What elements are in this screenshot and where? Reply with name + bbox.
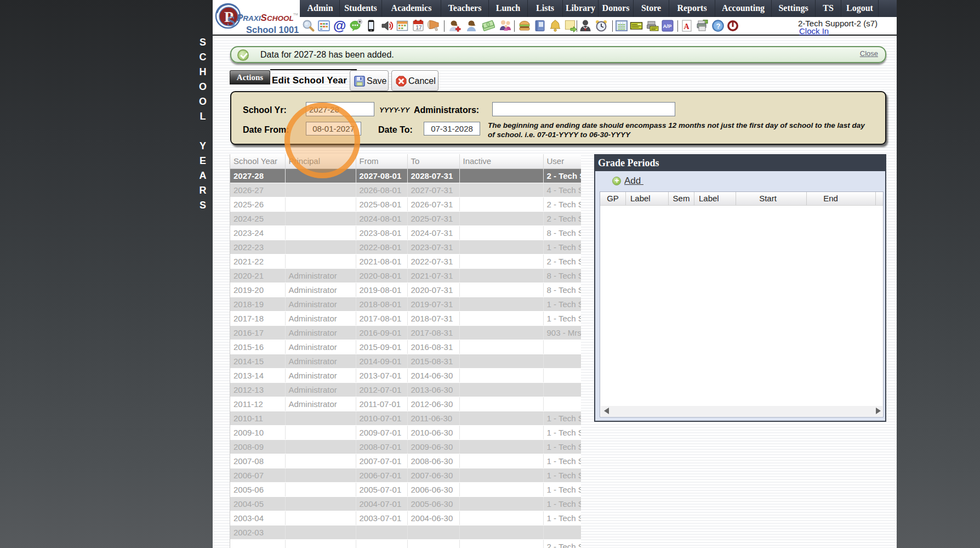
svg-text:TM: TM	[293, 13, 298, 16]
svg-text:PRAXISCHOOL: PRAXISCHOOL	[237, 13, 294, 23]
svg-text:School 1001: School 1001	[246, 25, 299, 35]
svg-text:17: 17	[416, 25, 423, 31]
svg-text:A: A	[684, 22, 690, 31]
svg-text:@: @	[333, 19, 346, 32]
svg-text:S: S	[227, 13, 236, 30]
svg-text:?: ?	[716, 22, 721, 30]
svg-text:A/P: A/P	[663, 23, 673, 29]
